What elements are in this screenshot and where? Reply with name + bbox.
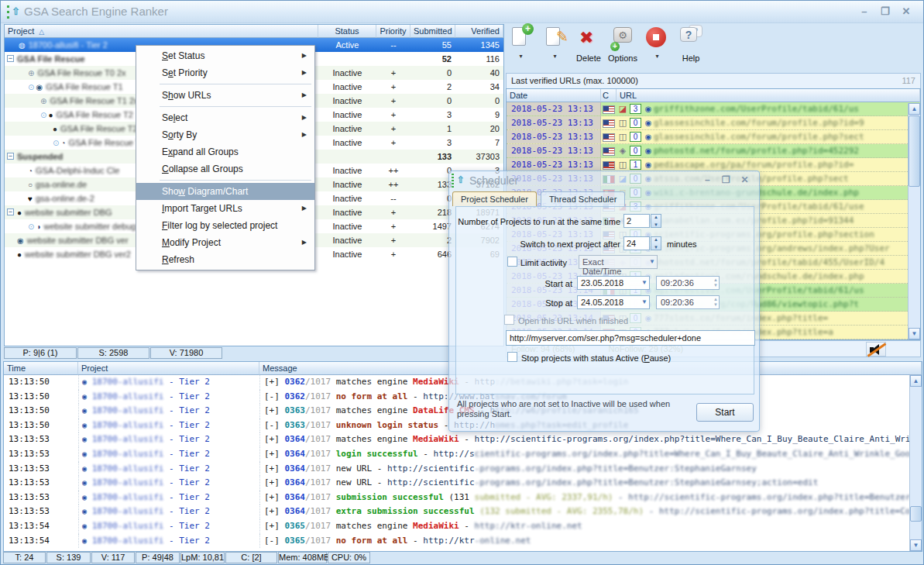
minimize-button[interactable]: – — [855, 5, 874, 17]
stop-active-checkbox[interactable] — [507, 352, 517, 362]
tree-twist-icon[interactable]: ⊙ — [40, 111, 46, 119]
log-row[interactable]: 13:13:53◉ 18700-allusifi - Tier 2[+] 036… — [4, 462, 922, 477]
menu-item[interactable]: Select▶ — [136, 109, 314, 126]
tree-twist-icon[interactable]: ⊙ — [53, 139, 59, 147]
switch-after-stepper[interactable]: ▲▼ — [651, 236, 661, 250]
toolbar-button-delete[interactable]: Delete — [574, 25, 603, 63]
log-row[interactable]: 13:13:53◉ 18700-allusifi - Tier 2[+] 036… — [4, 432, 922, 447]
status-box: CPU: 0% — [328, 552, 370, 563]
finished-url-input[interactable]: http://myserver.com/ser.php?msg=schedule… — [506, 330, 755, 346]
tree-expander-icon[interactable]: − — [7, 153, 14, 160]
dropdown-caret-icon[interactable]: ▾ — [519, 53, 522, 60]
dialog-minimize-button[interactable]: – — [699, 174, 716, 185]
scroll-up-icon[interactable]: ▲ — [910, 375, 922, 387]
toolbar-button-options[interactable]: ⚙+Options — [608, 25, 637, 63]
maximize-button[interactable]: ❐ — [876, 5, 895, 17]
start-date-select[interactable]: 23.05.2018▼ — [577, 276, 650, 290]
stop-time-input[interactable]: 09:20:36▲▼ — [656, 295, 720, 309]
url-row[interactable]: 2018-05-23 13:13◫0◉glassesinchile.com/fo… — [507, 130, 920, 144]
log-row[interactable]: 13:13:53◉ 18700-allusifi - Tier 2[+] 036… — [4, 505, 922, 519]
log-row[interactable]: 13:13:53◉ 18700-allusifi - Tier 2[+] 036… — [4, 447, 922, 462]
limit-mode-select[interactable]: Exact Date/Time▼ — [579, 255, 658, 269]
submenu-arrow-icon: ▶ — [302, 234, 307, 251]
url-row[interactable]: 2018-05-23 13:13◪3◉griffithzone.com/User… — [507, 102, 920, 116]
menu-item[interactable]: Set Status▶ — [136, 47, 314, 64]
tree-expander-icon[interactable]: − — [7, 208, 14, 215]
projects-count-stepper[interactable]: ▲▼ — [651, 214, 661, 228]
new-document-icon: + — [506, 25, 535, 53]
column-header-submitted[interactable]: Submitted — [410, 25, 455, 38]
tree-twist-icon[interactable]: ⊙ — [28, 83, 34, 91]
scrollbar-thumb[interactable] — [910, 506, 922, 522]
column-header-c[interactable]: C — [601, 89, 617, 102]
engine-icon: ◫ — [617, 130, 629, 143]
column-header-log-project[interactable]: Project — [78, 362, 259, 375]
column-header-date[interactable]: Date — [507, 89, 601, 102]
stop-date-select[interactable]: 24.05.2018▼ — [577, 295, 650, 309]
globe-icon: ◉ — [643, 158, 654, 171]
scrollbar-thumb[interactable] — [909, 115, 920, 187]
column-header-verified[interactable]: Verified — [455, 25, 503, 38]
project-priority: + — [376, 136, 410, 150]
start-button[interactable]: Start — [696, 403, 754, 422]
mute-icon[interactable] — [866, 342, 886, 357]
log-row[interactable]: 13:13:53◉ 18700-allusifi - Tier 2[+] 036… — [4, 476, 922, 491]
limit-activity-label[interactable]: Limit activity — [520, 258, 567, 267]
project-priority: + — [376, 80, 410, 94]
project-priority: + — [376, 205, 410, 219]
scheduler-dialog: ⇧ Scheduler – ❐ ✕ Project Scheduler Thre… — [448, 171, 760, 432]
log-row[interactable]: 13:13:54◉ 18700-allusifi - Tier 2[+] 036… — [4, 519, 922, 534]
url-row[interactable]: 2018-05-23 13:13◈0◉photostd.net/forum/pr… — [507, 144, 920, 158]
tab-project-scheduler[interactable]: Project Scheduler — [452, 191, 537, 206]
open-url-checkbox[interactable] — [504, 315, 514, 325]
projects-count-input[interactable]: 2 — [623, 214, 650, 228]
sort-ascending-icon: △ — [39, 28, 44, 36]
tree-expander-icon[interactable]: − — [7, 55, 14, 62]
start-time-input[interactable]: 09:20:36▲▼ — [656, 276, 720, 290]
column-header-project[interactable]: Project△ — [5, 25, 318, 38]
menu-item[interactable]: Set Priority▶ — [136, 64, 314, 81]
scroll-up-icon[interactable]: ▲ — [909, 103, 920, 115]
switch-after-input[interactable]: 24 — [623, 236, 650, 250]
scroll-down-icon[interactable]: ▼ — [909, 328, 920, 339]
tree-twist-icon[interactable]: ⊙ — [28, 222, 34, 231]
log-row[interactable]: 13:13:54◉ 18700-allusifi - Tier 2[-] 036… — [4, 534, 922, 549]
menu-item[interactable]: Import Target URLs▶ — [136, 200, 314, 217]
menu-item[interactable]: Filter log by selected project — [136, 217, 314, 234]
country-flag-icon — [603, 105, 615, 114]
status-box: V: 71980 — [150, 347, 222, 359]
engine-icon: ◪ — [617, 102, 629, 115]
dialog-maximize-button[interactable]: ❐ — [718, 174, 734, 185]
project-status: Inactive — [318, 205, 376, 219]
log-row[interactable]: 13:13:53◉ 18700-allusifi - Tier 2[+] 036… — [4, 491, 922, 505]
log-message: [+] 0364/1017 submission successful (131… — [259, 491, 922, 505]
toolbar-button-help[interactable]: ??Help — [676, 25, 706, 63]
stop-active-label[interactable]: Stop projects with status Active (Pause) — [521, 353, 671, 363]
log-scrollbar[interactable]: ▲ ▼ — [909, 375, 922, 551]
column-header-status[interactable]: Status — [318, 25, 376, 38]
project-name: GSA File Rescue T2 — [56, 110, 132, 119]
column-header-time[interactable]: Time — [4, 362, 78, 375]
dropdown-caret-icon[interactable]: ▾ — [655, 53, 658, 60]
menu-item[interactable]: Collapse all Groups — [136, 160, 314, 177]
url-scrollbar[interactable]: ▲ ▼ — [908, 103, 920, 339]
close-button[interactable]: ✕ — [897, 5, 915, 17]
column-header-priority[interactable]: Priority — [376, 25, 410, 38]
menu-item[interactable]: Sorty By▶ — [136, 126, 314, 143]
dropdown-caret-icon[interactable]: ▾ — [553, 53, 556, 60]
column-header-url[interactable]: URL — [617, 89, 920, 102]
menu-item[interactable]: Show URLs▶ — [136, 87, 314, 104]
edit-pencil-icon: ✎ — [540, 25, 569, 53]
project-name: gsa-online.de — [36, 180, 87, 189]
title-bar: ⇧ GSA Search Engine Ranker – ❐ ✕ — [1, 1, 923, 23]
menu-item[interactable]: Expand all Groups — [136, 143, 314, 160]
tab-thread-scheduler[interactable]: Thread Scheduler — [541, 191, 625, 206]
dialog-close-button[interactable]: ✕ — [737, 174, 753, 185]
scroll-down-icon[interactable]: ▼ — [910, 539, 922, 551]
delete-x-icon — [574, 25, 603, 53]
menu-item[interactable]: Refresh — [136, 251, 314, 268]
limit-activity-checkbox[interactable] — [507, 257, 517, 267]
url-row[interactable]: 2018-05-23 13:13◫0◉glassesinchile.com/fo… — [507, 116, 920, 130]
menu-item[interactable]: Modify Project▶ — [136, 234, 314, 251]
menu-item[interactable]: Show Diagram/Chart — [136, 183, 314, 200]
